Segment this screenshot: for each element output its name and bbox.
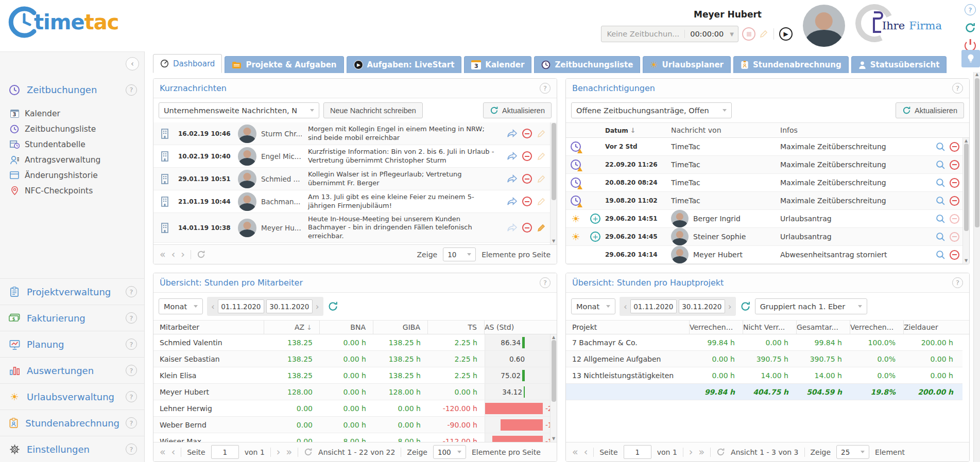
- sidebar-item-nfc-checkpoints[interactable]: NFC-Checkpoints: [9, 183, 144, 198]
- sidebar-section-planung[interactable]: Planung ?: [0, 331, 144, 357]
- tab-kalender[interactable]: 3 Kalender: [464, 56, 531, 73]
- message-row[interactable]: 16.02.19 10:46 Sturm Chr... Morgen mit K…: [153, 122, 550, 145]
- page-scrollbar[interactable]: ▲: [973, 72, 980, 462]
- column-nicht-verrechenbar[interactable]: Nicht Verr...: [743, 321, 797, 334]
- help-icon[interactable]: ?: [126, 443, 137, 455]
- prev-page-icon[interactable]: ‹: [584, 447, 588, 457]
- chevron-down-icon[interactable]: ▼: [729, 31, 738, 37]
- sidebar-item-stundentabelle[interactable]: Stundentabelle: [9, 137, 144, 152]
- edit-icon[interactable]: [537, 152, 546, 161]
- refresh-button[interactable]: [965, 22, 976, 33]
- sidebar-section-zeitbuchungen[interactable]: Zeitbuchungen ?: [0, 77, 144, 103]
- page-number-input[interactable]: [211, 445, 239, 459]
- notification-filter-select[interactable]: Offene Zeitbuchungsanträge, Offen: [571, 102, 732, 118]
- scrollbar[interactable]: ▲▼: [550, 334, 557, 442]
- magnifier-icon[interactable]: [936, 250, 945, 260]
- next-page-icon[interactable]: ›: [181, 250, 185, 259]
- column-projekt[interactable]: Projekt: [566, 321, 690, 334]
- column-giba[interactable]: GIBA: [373, 321, 428, 334]
- next-period-icon[interactable]: ›: [315, 301, 320, 312]
- help-icon[interactable]: ?: [126, 339, 137, 350]
- forward-icon[interactable]: [507, 174, 518, 183]
- help-button[interactable]: ?: [965, 4, 976, 15]
- table-row[interactable]: 7 Bachmayr & Co. 99.84 h 0.00 h 99.84 h …: [566, 334, 962, 351]
- first-page-icon[interactable]: «: [572, 447, 578, 457]
- message-row[interactable]: 29.01.19 10:51 Schmied ... Kollegin Wals…: [153, 168, 550, 190]
- tab-dashboard[interactable]: Dashboard: [153, 54, 222, 73]
- column-bna[interactable]: BNA: [320, 321, 373, 334]
- delete-icon[interactable]: [950, 232, 959, 242]
- period-select[interactable]: Monat: [571, 298, 615, 314]
- column-az[interactable]: AZ↓: [264, 321, 320, 334]
- column-nachricht-von[interactable]: Nachricht von: [671, 126, 780, 134]
- group-by-select[interactable]: Gruppiert nach 1. Eber: [755, 298, 867, 314]
- sidebar-section-auswertungen[interactable]: Auswertungen ?: [0, 357, 144, 383]
- delete-icon[interactable]: [522, 223, 532, 233]
- column-verrechenbar[interactable]: Verrechen...: [690, 321, 743, 334]
- sidebar-collapse-button[interactable]: ‹: [126, 57, 139, 70]
- add-icon[interactable]: +: [590, 214, 600, 224]
- tab-statusuebersicht[interactable]: Statusübersicht: [851, 56, 947, 73]
- delete-icon[interactable]: [950, 250, 959, 260]
- sidebar-item-zeitbuchungsliste[interactable]: Zeitbuchungsliste: [9, 121, 144, 136]
- sidebar-section-stundenabrechnung[interactable]: Stundenabrechnung ?: [0, 410, 144, 436]
- first-page-icon[interactable]: «: [160, 250, 166, 259]
- start-tracking-button[interactable]: ▶: [779, 27, 793, 41]
- stop-tracking-button[interactable]: [742, 27, 755, 41]
- sidebar-item-aenderungshistorie[interactable]: Änderungshistorie: [9, 168, 144, 183]
- edit-icon[interactable]: [537, 174, 546, 184]
- table-row[interactable]: 12 Allgemeine Aufgaben 0.00 h 390.75 h 3…: [566, 351, 962, 367]
- magnifier-icon[interactable]: [936, 178, 945, 188]
- delete-icon[interactable]: [950, 178, 959, 188]
- delete-icon[interactable]: [950, 160, 959, 170]
- table-row[interactable]: Kaiser Sebastian 138.25 0.00 h 138.25 h …: [153, 351, 550, 367]
- sidebar-section-einstellungen[interactable]: Einstellungen ?: [0, 436, 144, 462]
- notification-row[interactable]: 19.08.20 11:02 TimeTac Maximale Zeitüber…: [566, 192, 962, 210]
- page-number-input[interactable]: [624, 445, 651, 459]
- help-icon[interactable]: ?: [540, 83, 551, 94]
- tab-projekte-aufgaben[interactable]: Projekte & Aufgaben: [225, 56, 343, 73]
- magnifier-icon[interactable]: [936, 196, 945, 206]
- column-zieldauer[interactable]: Zieldauer: [904, 321, 961, 334]
- column-mitarbeiter[interactable]: Mitarbeiter: [153, 321, 264, 334]
- timetac-logo[interactable]: timetac: [7, 5, 118, 39]
- column-as[interactable]: AS (Std): [485, 321, 551, 334]
- delete-icon[interactable]: [522, 151, 532, 161]
- magnifier-icon[interactable]: [936, 232, 945, 242]
- message-row[interactable]: 10.02.19 10:40 Engel Mic... Kurzfristige…: [153, 145, 550, 168]
- refresh-icon[interactable]: [328, 301, 338, 312]
- period-select[interactable]: Monat: [159, 298, 203, 314]
- notification-row[interactable]: 29.06.20 14:14 Meyer Hubert Abwesenheits…: [566, 246, 962, 264]
- column-verrechenbar-pct[interactable]: Verrechen...: [850, 321, 904, 334]
- column-infos[interactable]: Infos: [780, 126, 937, 134]
- forward-icon[interactable]: [507, 152, 518, 161]
- edit-tracking-button[interactable]: [759, 29, 768, 39]
- sidebar-section-projektverwaltung[interactable]: Projektverwaltung ?: [0, 278, 144, 305]
- tab-stundenabrechnung[interactable]: Stundenabrechnung: [733, 56, 849, 73]
- refresh-icon[interactable]: [740, 301, 751, 312]
- prev-page-icon[interactable]: ‹: [171, 447, 176, 457]
- delete-icon[interactable]: [950, 142, 959, 152]
- column-datum[interactable]: Datum↓: [605, 127, 671, 134]
- last-page-icon[interactable]: »: [698, 447, 704, 457]
- table-row[interactable]: 13 Nichtleistungstätigkeiten 0.00 h 14.0…: [566, 367, 962, 384]
- forward-icon[interactable]: [507, 129, 518, 138]
- table-row[interactable]: Lehner Herwig 0.00 0.00 h 0.00 h -120.00…: [153, 400, 550, 417]
- help-icon[interactable]: ?: [126, 391, 137, 402]
- first-page-icon[interactable]: «: [160, 447, 166, 457]
- page-size-select[interactable]: 10: [443, 247, 476, 261]
- refresh-icon[interactable]: [197, 250, 205, 259]
- new-message-button[interactable]: Neue Nachricht schreiben: [323, 102, 423, 118]
- delete-icon[interactable]: [522, 174, 532, 184]
- notification-row[interactable]: 20.08.20 08:24 TimeTac Maximale Zeitüber…: [566, 174, 962, 192]
- tab-zeitbuchungsliste[interactable]: Zeitbuchungsliste: [534, 56, 640, 73]
- edit-icon[interactable]: [537, 129, 546, 138]
- scrollbar[interactable]: ▼: [550, 122, 557, 244]
- time-tracker-widget[interactable]: Keine Zeitbuchun... 00:00:00 ▼: [601, 26, 738, 42]
- date-to-input[interactable]: 30.11.2020: [679, 299, 725, 313]
- tab-urlaubsplaner[interactable]: ☀ Urlaubsplaner: [643, 56, 731, 73]
- help-icon[interactable]: ?: [952, 83, 963, 94]
- scrollbar[interactable]: ▲▼: [962, 138, 969, 264]
- forward-icon[interactable]: [507, 197, 518, 206]
- delete-icon[interactable]: [950, 214, 959, 224]
